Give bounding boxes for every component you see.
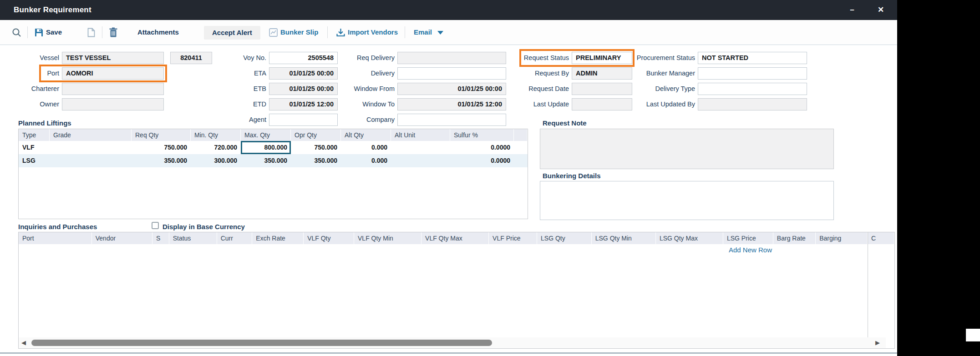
column-header[interactable]: Exch Rate (252, 232, 304, 244)
attachments-button[interactable]: Attachments (137, 20, 179, 45)
alt-unit-cell[interactable] (391, 141, 450, 154)
scroll-right-arrow[interactable]: ▶ (875, 339, 882, 346)
delivery-type-field[interactable] (698, 83, 807, 95)
request-date-field[interactable] (572, 83, 632, 95)
column-header[interactable]: Status (169, 232, 217, 244)
request-status-field[interactable]: PRELIMINARY (572, 52, 632, 64)
column-header[interactable]: Barg Rate (773, 232, 816, 244)
column-header[interactable]: S (152, 232, 169, 244)
column-header[interactable]: Req Qty (132, 129, 191, 141)
column-header[interactable]: LSG Qty Max (656, 232, 723, 244)
alt-qty-cell[interactable]: 0.000 (341, 141, 391, 154)
column-header[interactable]: Alt Unit (391, 129, 450, 141)
column-header-clipped[interactable]: C (868, 232, 894, 244)
bunker-manager-field[interactable] (698, 67, 807, 80)
req-qty-cell[interactable]: 350.000 (132, 154, 191, 167)
sulfur-cell[interactable]: 0.0000 (450, 141, 514, 154)
sulfur-cell[interactable]: 0.0000 (450, 154, 514, 167)
search-icon[interactable] (12, 28, 21, 37)
inquiries-title: Inquiries and Purchases (18, 223, 97, 231)
table-row[interactable]: VLF 750.000 720.000 800.000 750.000 0.00… (19, 141, 528, 154)
accept-alert-button[interactable]: Accept Alert (204, 26, 260, 40)
planned-liftings-title: Planned Liftings (18, 119, 71, 127)
type-cell[interactable]: VLF (19, 141, 50, 154)
req-delivery-field[interactable] (397, 52, 506, 64)
column-header[interactable]: Sulfur % (450, 129, 514, 141)
save-button[interactable]: Save (46, 20, 62, 45)
request-note-textarea[interactable] (540, 129, 834, 169)
scroll-left-arrow[interactable]: ◀ (21, 339, 28, 346)
minimize-button[interactable]: – (842, 0, 862, 20)
port-field[interactable]: AOMORI (62, 67, 164, 80)
column-header[interactable]: Opr Qty (291, 129, 341, 141)
req-qty-cell[interactable]: 750.000 (132, 141, 191, 154)
type-cell[interactable]: LSG (19, 154, 50, 167)
max-qty-cell-selected[interactable]: 800.000 (241, 141, 291, 154)
window-from-field[interactable]: 01/01/25 00:00 (397, 83, 506, 95)
delivery-field[interactable] (397, 67, 506, 80)
grade-cell[interactable] (50, 154, 132, 167)
window-bottom-edge (0, 352, 897, 354)
company-field[interactable] (397, 114, 506, 126)
column-header[interactable]: Barging (816, 232, 868, 244)
grade-cell[interactable] (50, 141, 132, 154)
column-header[interactable]: LSG Qty Min (592, 232, 656, 244)
last-update-field[interactable] (572, 98, 632, 110)
column-header[interactable]: VLF Price (489, 232, 537, 244)
table-viewport-edge (868, 232, 868, 348)
etb-field[interactable]: 01/01/25 00:00 (269, 83, 338, 95)
column-header[interactable]: Grade (50, 129, 132, 141)
procurement-status-field[interactable]: NOT STARTED (698, 52, 807, 64)
column-header[interactable]: Type (19, 129, 50, 141)
etd-field[interactable]: 01/01/25 12:00 (269, 98, 338, 110)
delivery-label: Delivery (337, 67, 395, 80)
charterer-field[interactable] (62, 83, 164, 95)
min-qty-cell[interactable]: 720.000 (191, 141, 241, 154)
request-by-field[interactable]: ADMIN (572, 67, 632, 80)
last-updated-by-field[interactable] (698, 98, 807, 110)
email-dropdown-icon[interactable] (437, 31, 443, 35)
bunkering-details-textarea[interactable] (540, 181, 834, 220)
etd-label: ETD (209, 98, 266, 110)
table-row[interactable]: LSG 350.000 300.000 350.000 350.000 0.00… (19, 154, 528, 167)
column-header[interactable]: LSG Price (723, 232, 773, 244)
window-to-field[interactable]: 01/01/25 12:00 (397, 98, 506, 110)
column-header[interactable]: Curr (217, 232, 253, 244)
email-button[interactable]: Email (414, 20, 432, 45)
eta-label: ETA (209, 67, 266, 80)
vessel-field[interactable]: TEST VESSEL (62, 52, 164, 64)
new-document-icon[interactable] (87, 28, 95, 37)
delete-icon[interactable] (109, 27, 117, 37)
alt-unit-cell[interactable] (391, 154, 450, 167)
import-vendors-button[interactable]: Import Vendors (348, 20, 398, 45)
add-new-row-link[interactable]: Add New Row (729, 246, 772, 254)
bunker-manager-label: Bunker Manager (628, 67, 695, 80)
close-button[interactable]: ✕ (871, 0, 891, 20)
owner-field[interactable] (62, 98, 164, 110)
column-header[interactable]: VLF Qty Max (421, 232, 489, 244)
column-header[interactable]: Vendor (92, 232, 152, 244)
agent-field[interactable] (269, 114, 338, 126)
max-qty-cell[interactable]: 350.000 (241, 154, 291, 167)
scrollbar-thumb[interactable] (31, 340, 492, 346)
column-header[interactable]: LSG Qty (537, 232, 592, 244)
voy-no-label: Voy No. (209, 52, 266, 64)
column-header[interactable]: VLF Qty Min (354, 232, 421, 244)
eta-field[interactable]: 01/01/25 00:00 (269, 67, 338, 80)
alt-qty-cell[interactable]: 0.000 (341, 154, 391, 167)
opr-qty-cell[interactable]: 350.000 (291, 154, 341, 167)
column-header[interactable]: Max. Qty (241, 129, 291, 141)
voy-no-field[interactable]: 2505548 (269, 52, 338, 64)
charterer-label: Charterer (9, 83, 59, 95)
bunker-slip-button[interactable]: Bunker Slip (280, 20, 318, 45)
vessel-code-field[interactable]: 820411 (170, 52, 212, 64)
column-header[interactable]: VLF Qty (304, 232, 354, 244)
column-header[interactable]: Port (19, 232, 92, 244)
min-qty-cell[interactable]: 300.000 (191, 154, 241, 167)
display-base-currency-checkbox[interactable] (152, 222, 159, 229)
opr-qty-cell[interactable]: 750.000 (291, 141, 341, 154)
last-updated-by-label: Last Updated By (628, 98, 695, 110)
column-header[interactable]: Min. Qty (191, 129, 241, 141)
horizontal-scrollbar[interactable]: ◀ ▶ (19, 337, 886, 348)
column-header[interactable]: Alt Qty (341, 129, 391, 141)
